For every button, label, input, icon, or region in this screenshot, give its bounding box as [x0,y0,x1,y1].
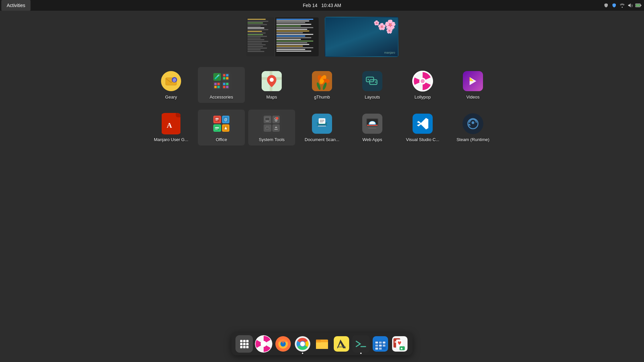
app-label-accessories: Accessories [210,95,233,100]
dock-solitaire[interactable]: ♠ ♣ [391,335,409,353]
dock-terminal[interactable] [352,335,370,353]
svg-rect-12 [217,83,220,85]
svg-rect-66 [320,121,324,121]
dock: ♠ ♣ [231,333,413,355]
svg-rect-72 [368,128,376,129]
app-document-scanner[interactable]: Document Scan... [299,110,345,145]
svg-text:@: @ [224,118,227,121]
svg-rect-105 [316,341,321,343]
topbar: Activities Feb 14 10:43 AM [0,0,644,11]
app-label-geary: Geary [165,95,177,100]
app-web-apps[interactable]: Web Apps [349,110,396,145]
svg-rect-47 [215,129,218,130]
app-label-document-scanner: Document Scan... [305,137,339,142]
topbar-right [603,0,641,11]
time: 10:43 AM [321,3,341,8]
svg-rect-1 [641,5,641,6]
svg-rect-56 [266,128,269,129]
svg-rect-57 [266,126,267,127]
shield-icon[interactable] [603,2,609,8]
wifi-icon[interactable] [619,2,625,8]
dock-lollypop[interactable] [255,335,272,353]
svg-rect-7 [223,74,225,76]
svg-rect-52 [266,121,269,122]
svg-rect-117 [383,345,385,347]
chrome-active-dot [302,353,303,354]
app-geary[interactable]: @ Geary [148,67,195,103]
svg-rect-86 [243,340,246,342]
app-label-lollypop: Lollypop [415,95,431,100]
app-gthumb[interactable]: gThumb [299,67,345,103]
svg-rect-88 [240,343,243,345]
svg-rect-58 [268,126,268,127]
svg-rect-111 [375,338,386,341]
dock-apps-grid[interactable] [235,335,253,353]
app-manjaro-guide[interactable]: A Manjaro User G... [148,110,195,145]
svg-rect-67 [320,122,323,122]
app-system-tools[interactable]: System Tools [248,110,295,145]
app-layouts[interactable]: Layouts [349,67,396,103]
svg-rect-9 [223,77,225,79]
svg-text:♠: ♠ [394,340,396,344]
activities-button[interactable]: Activities [1,0,31,11]
svg-rect-45 [215,127,219,128]
svg-rect-107 [337,346,346,348]
svg-rect-113 [379,342,382,344]
svg-rect-119 [379,348,382,350]
svg-rect-65 [320,120,324,120]
shield2-icon[interactable] [611,2,617,8]
app-accessories[interactable]: 🧪 [198,67,245,103]
app-maps[interactable]: Maps [248,67,295,103]
svg-rect-14 [217,86,220,88]
svg-rect-116 [379,345,382,347]
svg-text:♣: ♣ [400,347,403,350]
windows-area: 🌸 🌸 🌸 🌸 manjaro [0,13,644,60]
svg-point-24 [320,79,324,83]
svg-rect-80 [370,123,375,124]
svg-rect-81 [367,125,378,126]
app-label-layouts: Layouts [365,95,380,100]
svg-point-101 [300,342,305,346]
dock-firefox[interactable] [274,335,292,353]
dock-chrome[interactable] [294,335,311,353]
svg-rect-71 [370,126,375,128]
app-steam[interactable]: Steam (Runtime) [449,110,496,145]
clock: Feb 14 10:43 AM [303,3,341,8]
svg-marker-60 [275,126,277,128]
terminal-window-thumb[interactable] [246,17,319,57]
desktop-window-thumb[interactable]: 🌸 🌸 🌸 🌸 manjaro [325,17,398,57]
app-videos[interactable]: Videos [449,67,496,103]
app-lollypop[interactable]: Lollypop [399,67,446,103]
svg-point-95 [261,341,267,347]
svg-rect-39 [215,118,219,119]
dock-planner[interactable] [372,335,389,353]
app-label-office: Office [216,137,227,142]
svg-rect-2 [636,4,640,6]
svg-point-30 [375,81,376,83]
svg-rect-17 [223,86,225,88]
volume-icon[interactable] [627,2,633,8]
svg-rect-87 [246,340,249,342]
svg-rect-91 [240,346,243,348]
svg-point-84 [472,121,474,124]
svg-rect-10 [226,77,228,79]
svg-rect-118 [375,348,378,350]
svg-rect-8 [226,74,228,76]
date: Feb 14 [303,3,318,8]
terminal-active-dot [360,353,362,354]
svg-rect-112 [375,342,378,344]
app-label-vscode: Visual Studio C... [406,137,439,142]
dock-marker[interactable] [333,335,350,353]
svg-rect-114 [383,342,385,344]
battery-icon[interactable] [635,2,641,8]
svg-rect-89 [243,343,246,345]
dock-files[interactable] [313,335,331,353]
app-label-system-tools: System Tools [259,137,284,142]
app-vscode[interactable]: Visual Studio C... [399,110,446,145]
svg-rect-85 [240,340,243,342]
app-office[interactable]: @ Office [198,110,245,145]
svg-rect-59 [274,129,278,130]
svg-point-19 [270,78,274,82]
svg-rect-68 [318,126,326,126]
svg-rect-63 [317,124,327,124]
